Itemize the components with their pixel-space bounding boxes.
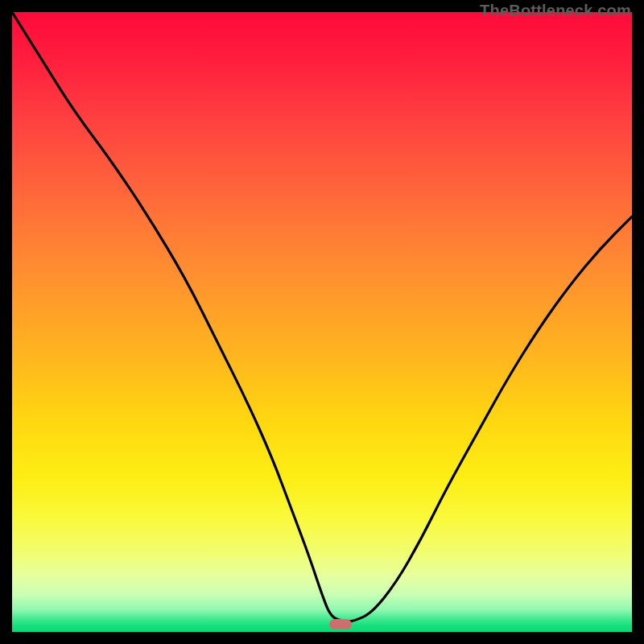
optimal-point-marker	[329, 619, 352, 630]
plot-area	[12, 12, 632, 632]
chart-frame: TheBottleneck.com	[0, 0, 644, 644]
curve-svg	[12, 12, 632, 632]
attribution-text: TheBottleneck.com	[480, 2, 631, 20]
bottleneck-curve	[12, 12, 632, 621]
